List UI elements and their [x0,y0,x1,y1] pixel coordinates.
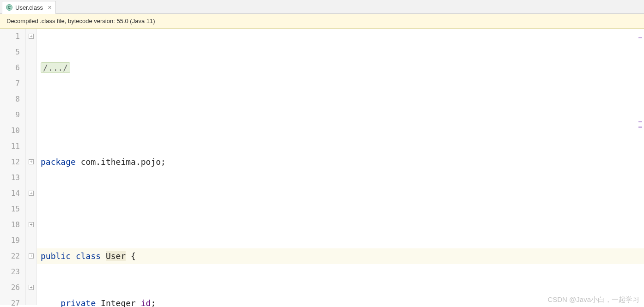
fold-toggle-icon[interactable]: + [29,159,34,164]
code-editor[interactable]: 1 5 6 7 8 9 10 11 12 13 14 15 18 19 22 2… [0,29,644,305]
fold-toggle-icon[interactable]: + [29,191,34,196]
decompile-notice: Decompiled .class file, bytecode version… [0,14,644,29]
fold-column: + + + + + + [26,29,37,305]
fold-toggle-icon[interactable]: + [29,285,34,290]
tab-bar: C User.class ✕ [0,0,644,14]
tab-filename: User.class [15,4,43,11]
fold-toggle-icon[interactable]: + [29,222,34,227]
fold-toggle-icon[interactable]: + [29,253,34,259]
close-icon[interactable]: ✕ [48,5,52,11]
error-stripe[interactable] [638,29,643,305]
tab-user-class[interactable]: C User.class ✕ [2,1,56,14]
code-area[interactable]: /.../ package com.itheima.pojo; public c… [37,29,644,305]
class-file-icon: C [6,4,12,11]
folded-block[interactable]: /.../ [41,62,70,73]
line-gutter: 1 5 6 7 8 9 10 11 12 13 14 15 18 19 22 2… [0,29,26,305]
fold-toggle-icon[interactable]: + [29,34,34,39]
